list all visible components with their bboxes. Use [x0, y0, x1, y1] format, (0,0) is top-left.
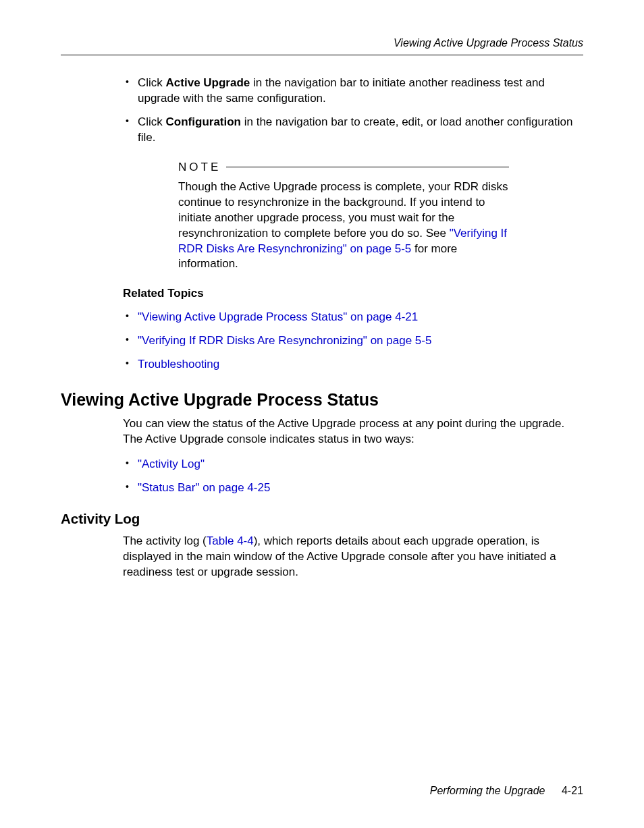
- list-item: "Verifying If RDR Disks Are Resynchroniz…: [138, 333, 583, 349]
- cross-reference-link[interactable]: Troubleshooting: [138, 358, 219, 370]
- subsection-body: The activity log (Table 4-4), which repo…: [123, 534, 583, 580]
- footer-chapter: Performing the Upgrade: [430, 785, 545, 796]
- header-rule: [61, 55, 583, 55]
- top-bullet-list: Click Active Upgrade in the navigation b…: [123, 76, 583, 146]
- note-rule: [226, 167, 509, 167]
- text: The activity log (: [123, 534, 207, 547]
- main-content: Click Active Upgrade in the navigation b…: [61, 76, 583, 372]
- note-label: NOTE: [178, 161, 226, 174]
- text: Click: [138, 76, 166, 89]
- list-item: "Viewing Active Upgrade Process Status" …: [138, 310, 583, 325]
- subsection-content: The activity log (Table 4-4), which repo…: [61, 534, 583, 580]
- text: Click: [138, 115, 166, 128]
- text-bold: Active Upgrade: [166, 76, 250, 89]
- related-topics-list: "Viewing Active Upgrade Process Status" …: [123, 310, 583, 372]
- section-intro: You can view the status of the Active Up…: [123, 416, 583, 447]
- note-body: Though the Active Upgrade process is com…: [178, 180, 509, 273]
- page-body: Viewing Active Upgrade Process Status Cl…: [0, 0, 644, 580]
- list-item: Troubleshooting: [138, 357, 583, 372]
- list-item: "Activity Log": [138, 457, 583, 472]
- note-block: NOTE Though the Active Upgrade process i…: [178, 161, 509, 273]
- page-footer: Performing the Upgrade 4-21: [430, 785, 583, 797]
- cross-reference-link[interactable]: "Status Bar" on page 4-25: [138, 481, 270, 494]
- section-content: You can view the status of the Active Up…: [61, 416, 583, 496]
- footer-page-number: 4-21: [562, 785, 583, 796]
- list-item: Click Configuration in the navigation ba…: [138, 115, 583, 146]
- list-item: Click Active Upgrade in the navigation b…: [138, 76, 583, 107]
- list-item: "Status Bar" on page 4-25: [138, 480, 583, 496]
- section-heading: Viewing Active Upgrade Process Status: [61, 390, 583, 410]
- cross-reference-link[interactable]: Table 4-4: [207, 534, 254, 547]
- running-header: Viewing Active Upgrade Process Status: [61, 37, 583, 49]
- related-topics-heading: Related Topics: [123, 287, 583, 300]
- text-bold: Configuration: [166, 115, 241, 128]
- cross-reference-link[interactable]: "Activity Log": [138, 458, 205, 470]
- section-bullet-list: "Activity Log" "Status Bar" on page 4-25: [123, 457, 583, 496]
- cross-reference-link[interactable]: "Verifying If RDR Disks Are Resynchroniz…: [138, 334, 431, 347]
- note-title-row: NOTE: [178, 161, 509, 174]
- cross-reference-link[interactable]: "Viewing Active Upgrade Process Status" …: [138, 310, 418, 323]
- subsection-heading: Activity Log: [61, 511, 583, 527]
